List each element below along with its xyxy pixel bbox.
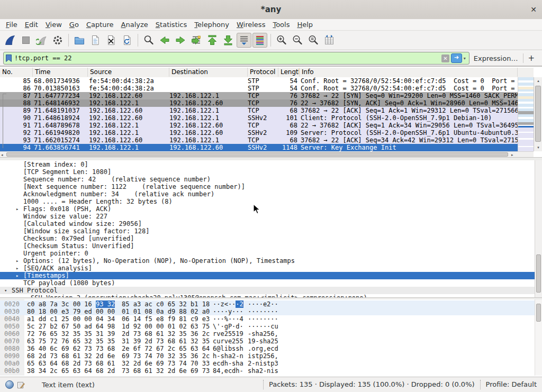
- hex-bytes-right[interactable]: 31 39 2d 73 68 61 32 35: [122, 338, 210, 345]
- go-to-packet-button[interactable]: [189, 33, 204, 48]
- scroll-up-icon[interactable]: ▴: [534, 79, 542, 83]
- hex-row-00b0[interactable]: 00b038 34 2c 65 63 64 68 2d73 68 61 32 2…: [0, 367, 535, 375]
- packet-row-94[interactable]: 9471.663856741192.168.122.1192.168.122.6…: [0, 144, 518, 151]
- ascii-left[interactable]: ···%···4: [213, 315, 243, 323]
- scroll-right-icon[interactable]: ▸: [511, 153, 513, 157]
- resize-columns-button[interactable]: [322, 33, 337, 48]
- expert-info-icon[interactable]: [5, 380, 14, 389]
- filter-input[interactable]: !tcp.port == 22 ✕ ➜ ▾: [3, 52, 469, 65]
- zoom-in-button[interactable]: [274, 33, 289, 48]
- packet-row-91[interactable]: 9171.648789678192.168.122.1192.168.122.6…: [0, 122, 518, 129]
- hex-bytes-left[interactable]: 5c 27 b2 67 50 ad 64 98: [27, 323, 115, 330]
- packet-row-90[interactable]: 9071.648618924192.168.122.60192.168.122.…: [0, 114, 518, 122]
- detail-line[interactable]: [Next sequence number: 1122 (relative se…: [0, 183, 535, 190]
- bookmark-icon[interactable]: [5, 54, 12, 62]
- ascii-left[interactable]: ····y···: [213, 308, 243, 315]
- ascii-left[interactable]: rve25519: [213, 330, 243, 338]
- menu-analyze[interactable]: Analyze: [118, 19, 152, 30]
- hex-row-0040[interactable]: 0040a1 dd c1 25 00 00 04 3406 14 f5 e8 f…: [0, 315, 535, 323]
- ascii-right[interactable]: ········: [248, 315, 278, 323]
- status-profile[interactable]: Profile: Default: [480, 380, 542, 389]
- hex-bytes-right[interactable]: 2e 6f 72 67 2c 65 63 64: [122, 345, 210, 352]
- hex-highlighted-bytes[interactable]: 93 32: [96, 300, 115, 308]
- packet-row-85[interactable]: 8568.001734936fe:54:00:d4:38:2aSTP54Conf…: [0, 77, 518, 85]
- ascii-right[interactable]: 19-sha25: [248, 338, 278, 345]
- hex-row-0090[interactable]: 009068 2d 73 68 61 32 2d 6e69 73 74 70 3…: [0, 352, 535, 360]
- hex-bytes-right[interactable]: 69 73 74 70 32 35 36 2c: [122, 352, 210, 360]
- detail-line[interactable]: ▸Options: (12 bytes), No-Operation (NOP)…: [0, 257, 535, 265]
- details-vscroll-thumb[interactable]: [536, 254, 541, 293]
- save-file-button[interactable]: [88, 33, 103, 48]
- column-header-info[interactable]: Info: [300, 68, 518, 77]
- hex-bytes-left[interactable]: 65 63 64 68 2d 73 68 61: [27, 360, 115, 367]
- ascii-right[interactable]: ········: [248, 308, 278, 315]
- column-header-no[interactable]: No.: [0, 68, 33, 77]
- hex-bytes-left[interactable]: 80 18 00 e3 79 ed 00 00: [27, 308, 115, 315]
- close-file-button[interactable]: [104, 33, 119, 48]
- menu-statistics[interactable]: Statistics: [152, 19, 191, 30]
- menu-go[interactable]: Go: [66, 19, 83, 30]
- hex-row-0020[interactable]: 0020c0 a8 7a 3c 00 16 93 3285 a3 ac c0 6…: [0, 300, 535, 308]
- hex-bytes-right[interactable]: 06 14 f5 e8 f9 81 c9 e3: [122, 315, 210, 323]
- hex-row-0080[interactable]: 008036 40 6c 69 62 73 73 682e 6f 72 67 2…: [0, 345, 535, 352]
- hex-bytes-left[interactable]: 36 40 6c 69 62 73 73 68: [27, 345, 115, 352]
- ascii-right[interactable]: ····e2··: [248, 300, 278, 308]
- clear-filter-icon[interactable]: ✕: [441, 54, 449, 62]
- hscroll-thumb[interactable]: [6, 152, 508, 157]
- restart-capture-button[interactable]: [34, 33, 49, 48]
- detail-line[interactable]: [Stream index: 0]: [0, 161, 535, 168]
- hex-row-0030[interactable]: 003080 18 00 e3 79 ed 00 0001 01 08 0a d…: [0, 308, 535, 315]
- detail-line[interactable]: TCP payload (1080 bytes): [0, 279, 535, 287]
- ascii-left[interactable]: \'·gP·d·: [213, 323, 243, 330]
- hex-bytes-left[interactable]: 68 2d 73 68 61 32 2d 6e: [27, 352, 115, 360]
- detail-line[interactable]: [Calculated window size: 29056]: [0, 220, 535, 227]
- ascii-right[interactable]: 2-nistp3: [248, 360, 278, 367]
- packet-row-88[interactable]: 8871.648146932192.168.122.1192.168.122.6…: [0, 99, 518, 107]
- ascii-left[interactable]: ··z<···2: [213, 300, 243, 308]
- column-header-protocol[interactable]: Protocol: [248, 68, 278, 77]
- detail-line[interactable]: ▾SSH Protocol: [0, 287, 535, 294]
- column-header-time[interactable]: Time: [33, 68, 88, 77]
- expression-button[interactable]: Expression…: [469, 54, 522, 62]
- hex-bytes-right[interactable]: 2d 73 68 61 32 35 36 2c: [122, 330, 210, 338]
- start-capture-button[interactable]: [3, 33, 17, 48]
- hex-bytes-left[interactable]: 38 34 2c 65 63 64 68 2d: [27, 367, 115, 375]
- ascii-left[interactable]: 6@libssh: [213, 345, 243, 352]
- hex-bytes-right[interactable]: 1d 92 00 00 01 02 63 75: [122, 323, 210, 330]
- detail-line[interactable]: ▸[SEQ/ACK analysis]: [0, 265, 535, 272]
- hex-bytes-left[interactable]: c0 a8 7a 3c 00 16 93 32: [27, 300, 115, 308]
- intelligent-scrollbar[interactable]: [518, 77, 534, 151]
- filter-history-dropdown-icon[interactable]: ▾: [464, 56, 466, 61]
- packet-row-92[interactable]: 9271.661949820192.168.122.1192.168.122.6…: [0, 129, 518, 136]
- hex-bytes-right[interactable]: 01 01 08 0a d9 88 02 a0: [122, 308, 210, 315]
- detail-line[interactable]: [TCP Segment Len: 1080]: [0, 168, 535, 176]
- menu-wireless[interactable]: Wireless: [233, 19, 269, 30]
- ascii-left[interactable]: 84,ecdh-: [213, 367, 243, 375]
- ascii-highlighted-chars[interactable]: ·2: [236, 300, 243, 308]
- close-icon[interactable]: ✕: [530, 0, 537, 19]
- hex-vscroll-thumb[interactable]: [536, 304, 541, 322]
- detail-line[interactable]: [Window size scaling factor: 128]: [0, 227, 535, 235]
- menu-edit[interactable]: Edit: [21, 19, 42, 30]
- column-header-source[interactable]: Source: [88, 68, 169, 77]
- scroll-down-icon[interactable]: ▾: [534, 145, 542, 150]
- expander-icon[interactable]: ▸: [16, 205, 19, 213]
- find-packet-button[interactable]: [141, 33, 156, 48]
- titlebar[interactable]: *any ✕: [0, 0, 542, 20]
- hex-vscrollbar[interactable]: [535, 299, 542, 376]
- hex-bytes-left[interactable]: 72 76 65 32 35 35 31 39: [27, 330, 115, 338]
- open-file-button[interactable]: [72, 33, 87, 48]
- hex-bytes-right[interactable]: 85 a3 ac c0 65 32 b1 18: [122, 300, 210, 308]
- menu-help[interactable]: Help: [293, 19, 317, 30]
- previous-packet-button[interactable]: [157, 33, 172, 48]
- apply-filter-icon[interactable]: ➜: [451, 53, 462, 63]
- ascii-right[interactable]: ······cu: [248, 323, 278, 330]
- packet-row-89[interactable]: 8971.648191037192.168.122.60192.168.122.…: [0, 107, 518, 114]
- menu-tools[interactable]: Tools: [269, 19, 293, 30]
- detail-line[interactable]: ▸[Timestamps]: [0, 272, 535, 279]
- hex-row-0060[interactable]: 006072 76 65 32 35 35 31 392d 73 68 61 3…: [0, 330, 535, 338]
- packet-row-87[interactable]: 8771.647777234192.168.122.60192.168.122.…: [0, 92, 518, 99]
- stop-capture-button[interactable]: [19, 33, 33, 48]
- hex-row-0050[interactable]: 00505c 27 b2 67 50 ad 64 981d 92 00 00 0…: [0, 323, 535, 330]
- zoom-out-button[interactable]: [290, 33, 305, 48]
